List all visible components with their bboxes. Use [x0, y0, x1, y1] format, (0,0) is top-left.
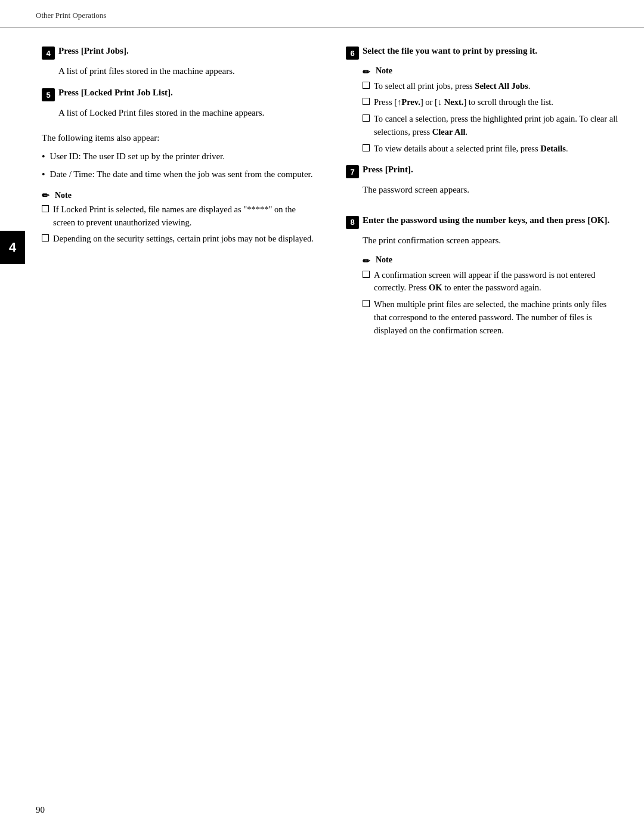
header-text: Other Print Operations — [36, 11, 106, 20]
note-item-step6-1: To select all print jobs, press Select A… — [363, 80, 620, 93]
note-block-step6: Note To select all print jobs, press Sel… — [363, 64, 620, 155]
note-text-step6-2: Press [↑Prev.] or [↓ Next.] to scroll th… — [374, 96, 620, 109]
step6-heading: 6 Select the file you want to print by p… — [346, 46, 620, 60]
step5-body-text: A list of Locked Print files stored in t… — [58, 106, 316, 120]
note-text-step8-2: When multiple print files are selected, … — [374, 298, 620, 337]
step8-title: Enter the password using the number keys… — [363, 215, 609, 225]
note-block-left: Note If Locked Print is selected, file n… — [42, 190, 316, 246]
note-item-left-1: If Locked Print is selected, file names … — [42, 203, 316, 230]
page-tab: 4 — [0, 231, 25, 264]
note-block-step8: Note A confirmation screen will appear i… — [363, 253, 620, 337]
step7-body: The password screen appears. — [363, 183, 620, 197]
step8-body: The print confirmation screen appears. N… — [363, 234, 620, 337]
note-bullet-left-2 — [42, 234, 49, 241]
page-footer: 90 — [36, 805, 45, 815]
step5-body: A list of Locked Print files stored in t… — [58, 106, 316, 120]
bullet-item-userid: User ID: The user ID set up by the print… — [42, 150, 316, 164]
note-bullet-step6-4 — [363, 144, 370, 151]
step8-heading: 8 Enter the password using the number ke… — [346, 215, 620, 229]
note-label-step8: Note — [376, 253, 392, 267]
step4-body: A list of print files stored in the mach… — [58, 64, 316, 78]
step4-heading: 4 Press [Print Jobs]. — [42, 46, 316, 60]
step6-title: Select the file you want to print by pre… — [363, 46, 537, 56]
note-item-step8-1: A confirmation screen will appear if the… — [363, 269, 620, 295]
note-item-step6-4: To view details about a selected print f… — [363, 143, 620, 156]
bullet-item-datetime-text: Date / Time: The date and time when the … — [50, 168, 313, 181]
note-bullet-step6-1 — [363, 82, 370, 89]
note-text-step6-1: To select all print jobs, press Select A… — [374, 80, 620, 93]
note-icon-left — [42, 190, 52, 201]
bullet-item-datetime: Date / Time: The date and time when the … — [42, 168, 316, 182]
step8-number: 8 — [346, 216, 359, 229]
right-column: 6 Select the file you want to print by p… — [340, 46, 620, 815]
note-heading-left: Note — [42, 190, 316, 201]
note-item-left-2: Depending on the security settings, cert… — [42, 233, 316, 246]
note-item-step8-2: When multiple print files are selected, … — [363, 298, 620, 337]
step8-body-text: The print confirmation screen appears. — [363, 234, 620, 247]
note-heading-step6: Note — [363, 64, 620, 78]
step7-body-text: The password screen appears. — [363, 183, 620, 197]
following-text: The following items also appear: — [42, 133, 159, 143]
bullet-list: User ID: The user ID set up by the print… — [42, 150, 316, 182]
left-margin: 4 — [0, 28, 36, 815]
note-icon-step6 — [363, 66, 373, 76]
step4-body-text: A list of print files stored in the mach… — [58, 64, 316, 78]
note-label-step6: Note — [376, 64, 392, 78]
page-number: 90 — [36, 805, 45, 815]
note-label-left: Note — [55, 191, 72, 200]
note-bullet-step6-3 — [363, 114, 370, 122]
note-heading-step8: Note — [363, 253, 620, 267]
step7-heading: 7 Press [Print]. — [346, 165, 620, 178]
step5-title: Press [Locked Print Job List]. — [58, 88, 173, 98]
note-bullet-step6-2 — [363, 98, 370, 105]
note-bullet-step8-2 — [363, 300, 370, 307]
note-text-step6-3: To cancel a selection, press the highlig… — [374, 113, 620, 139]
note-icon-step8 — [363, 255, 373, 265]
bullet-item-userid-text: User ID: The user ID set up by the print… — [50, 150, 225, 163]
step5-heading: 5 Press [Locked Print Job List]. — [42, 88, 316, 101]
step7-title: Press [Print]. — [363, 165, 413, 175]
step4-title: Press [Print Jobs]. — [58, 46, 129, 56]
note-item-step6-2: Press [↑Prev.] or [↓ Next.] to scroll th… — [363, 96, 620, 109]
step6-number: 6 — [346, 47, 359, 60]
following-items-intro: The following items also appear: — [42, 131, 316, 145]
page-header: Other Print Operations — [0, 0, 644, 28]
note-text-step6-4: To view details about a selected print f… — [374, 143, 620, 156]
step6-body: Note To select all print jobs, press Sel… — [363, 64, 620, 155]
step7-number: 7 — [346, 165, 359, 178]
step5-number: 5 — [42, 88, 55, 101]
note-text-left-1: If Locked Print is selected, file names … — [53, 203, 316, 230]
step4-number: 4 — [42, 47, 55, 60]
note-text-left-2: Depending on the security settings, cert… — [53, 233, 316, 246]
note-bullet-left-1 — [42, 205, 49, 212]
left-column: 4 Press [Print Jobs]. A list of print fi… — [36, 46, 316, 815]
note-bullet-step8-1 — [363, 271, 370, 278]
note-text-step8-1: A confirmation screen will appear if the… — [374, 269, 620, 295]
note-item-step6-3: To cancel a selection, press the highlig… — [363, 113, 620, 139]
